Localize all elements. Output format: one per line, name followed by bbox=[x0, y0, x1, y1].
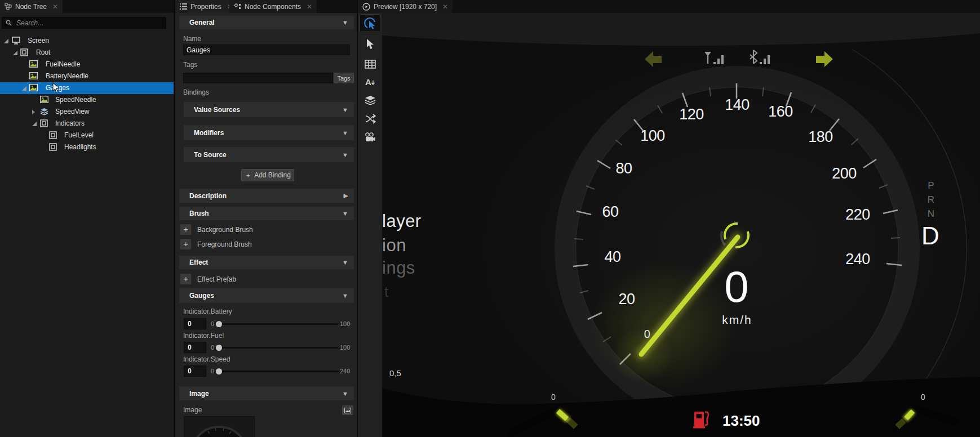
section-description[interactable]: Description ▶ bbox=[179, 189, 354, 203]
tree-item-batteryneedle[interactable]: BatteryNeedle bbox=[0, 70, 174, 82]
search-box[interactable] bbox=[2, 17, 166, 29]
slider-max-label: 240 bbox=[340, 368, 350, 374]
tab-properties[interactable]: Properties ✕ bbox=[175, 0, 237, 13]
add-binding-button[interactable]: ＋Add Binding bbox=[241, 169, 294, 181]
tab-node-components[interactable]: Node Components ✕ bbox=[229, 0, 317, 13]
section-value-sources[interactable]: Value Sources ▼ bbox=[184, 102, 354, 117]
properties-tabbar: Properties ✕ Node Components ✕ bbox=[175, 0, 357, 13]
section-modifiers[interactable]: Modifiers ▼ bbox=[184, 125, 354, 140]
speed-scale-label: 80 bbox=[615, 160, 632, 177]
svg-text:A: A bbox=[365, 77, 371, 87]
tree-item-label: SpeedView bbox=[55, 108, 90, 115]
section-title: Description bbox=[189, 192, 227, 200]
chevron-down-icon: ▼ bbox=[342, 19, 348, 26]
tree-item-indicators[interactable]: Indicators bbox=[0, 118, 174, 130]
add-foreground-brush-button[interactable]: ＋ bbox=[180, 239, 191, 249]
tree-item-speedview[interactable]: SpeedView bbox=[0, 106, 174, 118]
speed-scale-label: 120 bbox=[679, 106, 704, 123]
tree-item-label: FuelLevel bbox=[64, 131, 94, 139]
add-effect-prefab-button[interactable]: ＋ bbox=[180, 274, 191, 284]
section-image[interactable]: Image ▼ bbox=[179, 386, 354, 400]
indicator-speed-value[interactable] bbox=[184, 365, 206, 377]
cursor-icon bbox=[366, 38, 375, 50]
tree-item-gauges[interactable]: Gauges bbox=[0, 82, 174, 94]
expander-icon[interactable] bbox=[32, 122, 37, 126]
section-title: Modifiers bbox=[194, 129, 224, 137]
chevron-down-icon: ▼ bbox=[342, 292, 348, 299]
close-icon[interactable]: ✕ bbox=[52, 3, 58, 11]
slider-thumb[interactable] bbox=[216, 345, 222, 351]
tree-item-screen[interactable]: Screen bbox=[0, 35, 174, 47]
section-gauges[interactable]: Gauges ▼ bbox=[179, 288, 354, 303]
grid-icon bbox=[365, 60, 376, 69]
speed-scale-label: 40 bbox=[604, 248, 620, 266]
tab-preview-label: Preview [1920 x 720] bbox=[374, 3, 437, 11]
indicator-speed-label: Indicator.Speed bbox=[183, 355, 230, 363]
node-2d-icon bbox=[40, 119, 48, 127]
expander-icon[interactable] bbox=[32, 110, 35, 114]
close-icon[interactable]: ✕ bbox=[307, 3, 312, 11]
preview-panel: Preview [1920 x 720] ✕ A bbox=[358, 0, 980, 437]
slider-thumb[interactable] bbox=[216, 321, 222, 327]
section-title: Effect bbox=[189, 258, 208, 266]
speed-scale-label: 220 bbox=[845, 206, 870, 224]
turn-signal-left-icon bbox=[645, 51, 662, 67]
select-tool-button[interactable] bbox=[360, 35, 380, 53]
tab-properties-label: Properties bbox=[190, 3, 221, 11]
image-picker-button[interactable] bbox=[342, 405, 353, 415]
section-effect[interactable]: Effect ▼ bbox=[179, 256, 354, 269]
signal-strength-icon bbox=[704, 52, 724, 64]
grid-tool-button[interactable] bbox=[360, 55, 380, 73]
layers-tool-button[interactable] bbox=[360, 91, 380, 109]
preview-viewport[interactable]: layer ion ings t 20 40 60 80 100 120 140… bbox=[382, 13, 980, 437]
text-tool-button[interactable]: A bbox=[360, 73, 380, 91]
properties-panel: Properties ✕ Node Components ✕ General ▼… bbox=[175, 0, 357, 437]
tree-item-label: FuelNeedle bbox=[46, 60, 80, 68]
animation-tool-button[interactable] bbox=[360, 128, 380, 146]
expander-icon[interactable] bbox=[13, 51, 17, 55]
add-background-brush-button[interactable]: ＋ bbox=[180, 224, 191, 235]
plus-icon: ＋ bbox=[245, 171, 251, 180]
transitions-tool-button[interactable] bbox=[360, 110, 380, 128]
bindings-label: Bindings bbox=[183, 88, 209, 96]
tags-label: Tags bbox=[183, 61, 197, 69]
node-2d-icon bbox=[20, 48, 29, 56]
section-general[interactable]: General ▼ bbox=[179, 16, 354, 29]
tree-item-fuellevel[interactable]: FuelLevel bbox=[0, 130, 174, 141]
indicator-fuel-slider[interactable] bbox=[221, 347, 338, 349]
search-input[interactable] bbox=[15, 19, 153, 28]
indicator-battery-value[interactable] bbox=[184, 318, 206, 329]
indicator-speed-slider[interactable] bbox=[221, 371, 338, 372]
menu-fragment: layer bbox=[382, 211, 422, 231]
chevron-down-icon: ▼ bbox=[342, 390, 348, 397]
fuel-gauge-zero-label: 0 bbox=[551, 393, 556, 402]
section-brush[interactable]: Brush ▼ bbox=[179, 207, 354, 220]
name-field[interactable] bbox=[183, 44, 350, 55]
chevron-right-icon: ▶ bbox=[344, 192, 348, 199]
tree-item-root[interactable]: Root bbox=[0, 47, 174, 59]
expander-icon[interactable] bbox=[22, 86, 26, 91]
slider-min-label: 0 bbox=[211, 320, 214, 327]
indicator-fuel-value[interactable] bbox=[184, 342, 206, 353]
text-tool-icon: A bbox=[365, 77, 376, 87]
close-icon[interactable]: ✕ bbox=[442, 3, 448, 11]
shuffle-icon bbox=[365, 114, 376, 124]
tags-button[interactable]: Tags bbox=[334, 73, 354, 83]
tab-preview[interactable]: Preview [1920 x 720] ✕ bbox=[358, 0, 453, 13]
expander-icon[interactable] bbox=[4, 39, 8, 43]
tree-item-label: Headlights bbox=[64, 143, 96, 151]
tree-item-speedneedle[interactable]: SpeedNeedle bbox=[0, 94, 174, 106]
tree-item-label: Screen bbox=[28, 37, 49, 44]
node-tree-tab[interactable]: Node Tree ✕ bbox=[0, 0, 63, 13]
indicator-battery-slider[interactable] bbox=[221, 323, 338, 325]
slider-thumb[interactable] bbox=[216, 368, 222, 374]
tree-item-headlights[interactable]: Headlights bbox=[0, 141, 174, 153]
speed-scale-label: 160 bbox=[768, 103, 793, 121]
interact-tool-button[interactable] bbox=[360, 14, 380, 32]
indicator-fuel-label: Indicator.Fuel bbox=[183, 332, 224, 340]
image-thumbnail[interactable] bbox=[184, 416, 255, 437]
tree-item-fuelneedle[interactable]: FuelNeedle bbox=[0, 59, 174, 70]
section-to-source[interactable]: To Source ▼ bbox=[184, 147, 354, 162]
tags-field[interactable] bbox=[183, 73, 333, 83]
gear-p: P bbox=[928, 180, 934, 191]
